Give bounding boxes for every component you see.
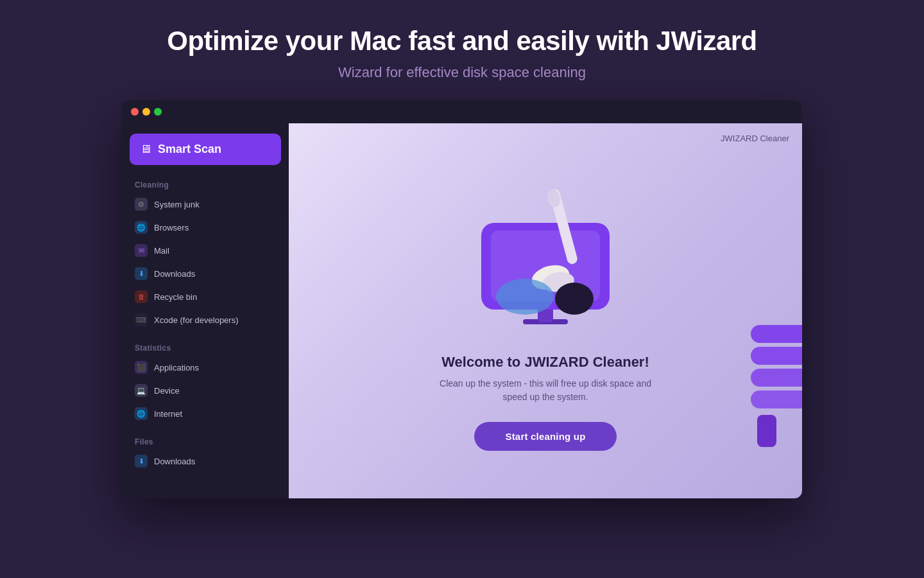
files-section-title: Files [130, 437, 281, 446]
downloads-label: Downloads [154, 269, 195, 279]
thumb-bar-4 [751, 390, 802, 408]
thumb-bar-2 [751, 347, 802, 365]
sidebar-item-downloads[interactable]: ⬇ Downloads [130, 263, 281, 285]
statistics-section-title: Statistics [130, 344, 281, 353]
thumb-bar-3 [751, 369, 802, 387]
device-icon: 💻 [135, 384, 148, 397]
cleaner-illustration [456, 171, 635, 338]
gear-icon: ⚙ [135, 198, 148, 211]
thumbs-decoration [751, 325, 802, 447]
device-label: Device [154, 386, 180, 396]
browser-icon: 🌐 [135, 221, 148, 234]
smart-scan-label: Smart Scan [158, 143, 221, 156]
recycle-bin-label: Recycle bin [154, 292, 197, 302]
cleaning-section: Cleaning ⚙ System junk 🌐 Browsers ✉ Mail… [130, 180, 281, 331]
svg-point-8 [555, 283, 594, 315]
files-download-icon: ⬇ [135, 455, 148, 468]
code-icon: ⌨ [135, 313, 148, 326]
monitor-icon: 🖥 [140, 143, 151, 156]
welcome-desc: Clean up the system - this will free up … [436, 377, 654, 404]
download-icon: ⬇ [135, 267, 148, 280]
sidebar-item-files-downloads[interactable]: ⬇ Downloads [130, 450, 281, 472]
close-button[interactable] [131, 108, 139, 116]
app-body: 🖥 Smart Scan Cleaning ⚙ System junk 🌐 Br… [122, 123, 802, 498]
files-section: Files ⬇ Downloads [130, 437, 281, 472]
traffic-lights [131, 108, 162, 116]
svg-point-7 [496, 279, 554, 315]
start-cleaning-button[interactable]: Start cleaning up [474, 422, 616, 451]
sidebar-item-internet[interactable]: 🌐 Internet [130, 403, 281, 425]
files-downloads-label: Downloads [154, 457, 195, 466]
sidebar: 🖥 Smart Scan Cleaning ⚙ System junk 🌐 Br… [122, 123, 289, 498]
browsers-label: Browsers [154, 223, 189, 232]
globe-icon: 🌐 [135, 407, 148, 420]
trash-icon: 🗑 [135, 290, 148, 303]
welcome-title: Welcome to JWIZARD Cleaner! [441, 354, 649, 371]
cleaning-section-title: Cleaning [130, 180, 281, 189]
thumb-bar-1 [751, 325, 802, 343]
sidebar-item-browsers[interactable]: 🌐 Browsers [130, 216, 281, 238]
maximize-button[interactable] [154, 108, 162, 116]
apps-icon: ⬛ [135, 361, 148, 374]
mail-icon: ✉ [135, 244, 148, 257]
internet-label: Internet [154, 409, 182, 419]
sidebar-item-xcode[interactable]: ⌨ Xcode (for developers) [130, 309, 281, 331]
app-window: 🖥 Smart Scan Cleaning ⚙ System junk 🌐 Br… [122, 100, 802, 498]
minimize-button[interactable] [142, 108, 150, 116]
sidebar-item-applications[interactable]: ⬛ Applications [130, 356, 281, 378]
page-subtitle: Wizard for effective disk space cleaning [13, 64, 911, 81]
applications-label: Applications [154, 363, 199, 372]
sidebar-item-mail[interactable]: ✉ Mail [130, 240, 281, 261]
smart-scan-button[interactable]: 🖥 Smart Scan [130, 134, 281, 165]
sidebar-item-recycle-bin[interactable]: 🗑 Recycle bin [130, 286, 281, 308]
title-bar [122, 100, 802, 123]
statistics-section: Statistics ⬛ Applications 💻 Device 🌐 Int… [130, 344, 281, 425]
main-content: JWIZARD Cleaner [289, 123, 802, 498]
sidebar-item-system-junk[interactable]: ⚙ System junk [130, 193, 281, 215]
page-header: Optimize your Mac fast and easily with J… [0, 0, 924, 94]
xcode-label: Xcode (for developers) [154, 315, 239, 325]
system-junk-label: System junk [154, 200, 200, 209]
page-title: Optimize your Mac fast and easily with J… [13, 26, 911, 57]
thumb-stem [757, 415, 776, 447]
sidebar-item-device[interactable]: 💻 Device [130, 380, 281, 401]
app-label: JWIZARD Cleaner [721, 134, 789, 143]
mail-label: Mail [154, 246, 169, 256]
